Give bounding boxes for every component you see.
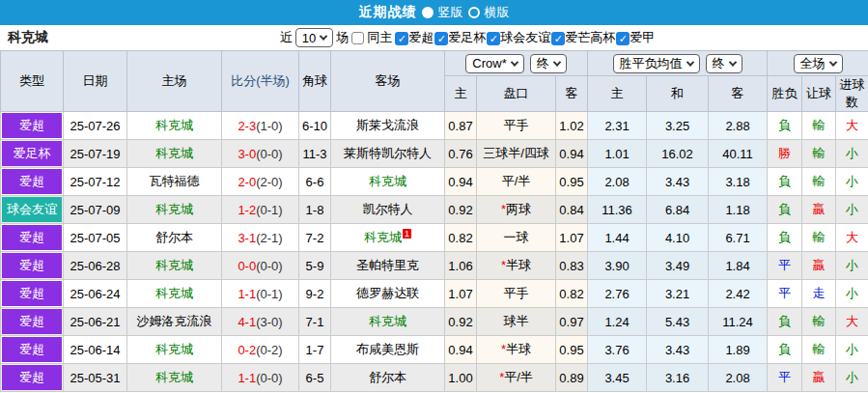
- radio-horizontal-layout[interactable]: [468, 7, 480, 18]
- score-cell: 4-1(3-0): [222, 308, 299, 336]
- score-cell: 3-0(0-0): [222, 140, 299, 168]
- checkbox-league-4[interactable]: ✓: [616, 32, 630, 45]
- radio-vertical-label[interactable]: 竖版: [438, 4, 463, 21]
- away-team-cell[interactable]: 科克城: [331, 168, 445, 196]
- goals-result-cell: 小: [836, 252, 868, 280]
- league-label-4[interactable]: 爱甲: [630, 30, 655, 44]
- corner-cell: 9-2: [299, 280, 331, 308]
- mean-state-select[interactable]: 终: [706, 54, 742, 73]
- chevron-down-icon: [552, 58, 560, 66]
- table-row: 爱超25-06-14科克城0-2(0-2)1-7布咸美恩斯0.94*半球0.95…: [1, 336, 868, 364]
- avg-draw-cell: 6.84: [647, 196, 709, 224]
- handicap-result-cell: 輸: [802, 140, 836, 168]
- home-team-cell[interactable]: 舒尔本: [127, 224, 222, 252]
- score-cell: 0-0(0-0): [222, 252, 299, 280]
- handicap-result-cell: 輸: [802, 224, 836, 252]
- avg-away-cell: 3.18: [709, 168, 768, 196]
- home-team-cell[interactable]: 科克城: [127, 196, 222, 224]
- checkbox-league-2[interactable]: ✓: [487, 32, 500, 45]
- sub-header-6: 胜负: [768, 76, 802, 112]
- checkbox-league-0[interactable]: ✓: [395, 32, 408, 45]
- match-type-badge: 爱超: [2, 113, 62, 138]
- handicap-cell: 球半: [477, 308, 556, 336]
- recent-count-select[interactable]: 10: [295, 28, 333, 47]
- checkbox-same-home[interactable]: [351, 32, 364, 44]
- avg-home-cell: 3.76: [588, 336, 647, 364]
- radio-vertical-layout[interactable]: [422, 7, 434, 18]
- odds-state-select[interactable]: 终: [530, 54, 567, 73]
- table-row: 球会友谊25-07-09科克城1-2(0-1)1-8凯尔特人0.92*两球0.8…: [1, 196, 868, 224]
- match-type-badge: 爱超: [2, 309, 62, 334]
- corner-cell: 6-5: [299, 364, 331, 392]
- away-team-cell[interactable]: 凯尔特人: [331, 196, 445, 224]
- handicap-cell: 一球: [477, 224, 556, 252]
- home-team-cell[interactable]: 科克城: [127, 364, 222, 392]
- score-cell: 2-3(1-0): [222, 112, 299, 140]
- mean-select[interactable]: 胜平负均值: [613, 54, 700, 73]
- home-team-cell[interactable]: 科克城: [127, 336, 222, 364]
- results-table: 类型 日期 主场 比分(半场) 角球 客场 Crow* 终 胜平负均值 终: [0, 50, 868, 392]
- away-badge: 1: [403, 229, 411, 239]
- home-team-cell[interactable]: 科克城: [127, 280, 222, 308]
- mean-select-group: 胜平负均值 终: [588, 51, 768, 76]
- away-team-cell[interactable]: 德罗赫达联: [331, 280, 445, 308]
- date-cell: 25-06-24: [64, 280, 127, 308]
- handicap-result-cell: 輸: [802, 336, 836, 364]
- match-type-cell: 爱超: [1, 252, 64, 280]
- same-home-label[interactable]: 同主: [367, 29, 392, 46]
- radio-horizontal-label[interactable]: 横版: [485, 4, 510, 21]
- handicap-cell: *半球: [477, 252, 556, 280]
- match-type-cell: 爱超: [1, 336, 64, 364]
- league-label-2[interactable]: 球会友谊: [500, 30, 550, 44]
- chevron-down-icon: [728, 58, 736, 66]
- checkbox-league-3[interactable]: ✓: [551, 32, 565, 45]
- score-cell: 1-2(0-1): [222, 196, 299, 224]
- away-team-cell[interactable]: 布咸美恩斯: [331, 336, 445, 364]
- odds-away-cell: 0.84: [556, 196, 588, 224]
- home-team-cell[interactable]: 沙姆洛克流浪: [127, 308, 222, 336]
- match-type-badge: 爱超: [2, 253, 62, 278]
- away-team-cell[interactable]: 科克城: [331, 308, 445, 336]
- handicap-result-cell: 輸: [802, 112, 836, 140]
- home-team-cell[interactable]: 科克城: [127, 140, 222, 168]
- score-cell: 0-2(0-2): [222, 336, 299, 364]
- match-type-badge: 爱超: [2, 169, 62, 194]
- table-row: 爱超25-07-26科克城2-3(1-0)6-10斯莱戈流浪0.87平手1.02…: [1, 112, 868, 140]
- checkbox-league-1[interactable]: ✓: [434, 32, 448, 45]
- avg-home-cell: 1.44: [588, 224, 647, 252]
- col-header-corner: 角球: [299, 51, 331, 112]
- result-cell: 負: [768, 308, 802, 336]
- scope-select[interactable]: 全场: [794, 54, 843, 73]
- home-team-cell[interactable]: 瓦特福德: [127, 168, 222, 196]
- league-label-0[interactable]: 爱超: [408, 30, 434, 44]
- away-team-cell[interactable]: 圣帕特里克: [331, 252, 445, 280]
- away-team-cell[interactable]: 斯莱戈流浪: [331, 112, 445, 140]
- match-type-cell: 爱足杯: [1, 140, 64, 168]
- home-team-cell[interactable]: 科克城: [127, 252, 222, 280]
- odds-away-cell: 1.02: [556, 112, 588, 140]
- avg-away-cell: 1.89: [709, 336, 768, 364]
- sub-header-3: 主: [588, 76, 647, 112]
- table-row: 爱超25-06-21沙姆洛克流浪4-1(3-0)7-1科克城0.92球半0.97…: [1, 308, 868, 336]
- home-team-cell[interactable]: 科克城: [127, 112, 222, 140]
- league-label-3[interactable]: 爱芒高杯: [565, 30, 615, 44]
- chevron-down-icon: [686, 58, 693, 66]
- scope-select-group: 全场: [768, 51, 868, 76]
- avg-draw-cell: 3.21: [647, 280, 709, 308]
- away-team-cell[interactable]: 舒尔本: [331, 364, 445, 392]
- handicap-cell: 平手: [477, 112, 556, 140]
- away-team-cell[interactable]: 莱斯特凯尔特人: [331, 140, 445, 168]
- away-team-cell[interactable]: 科克城1: [331, 224, 445, 252]
- goals-result-cell: 大: [836, 224, 868, 252]
- date-cell: 25-07-05: [64, 224, 127, 252]
- match-type-cell: 爱超: [1, 112, 64, 140]
- avg-draw-cell: 5.43: [647, 308, 709, 336]
- league-label-1[interactable]: 爱足杯: [448, 30, 486, 44]
- corner-cell: 7-1: [299, 308, 331, 336]
- table-row: 爱超25-06-24科克城1-1(0-1)9-2德罗赫达联1.07平手0.822…: [1, 280, 868, 308]
- odds-company-select[interactable]: Crow*: [465, 54, 523, 73]
- handicap-cell: *两球: [477, 196, 556, 224]
- sub-header-1: 盘口: [477, 76, 556, 112]
- chevron-down-icon: [510, 58, 518, 66]
- near-label: 近: [280, 29, 293, 46]
